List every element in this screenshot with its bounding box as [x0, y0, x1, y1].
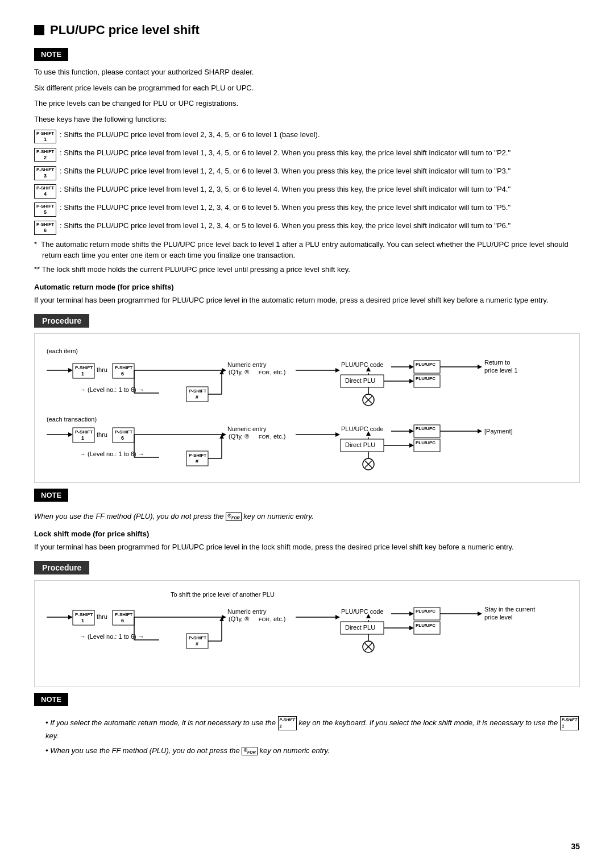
svg-marker-97: [68, 615, 73, 619]
pshift1-key-inline-bottom: P-SHIFT1: [278, 716, 297, 730]
svg-text:P-SHIFT: P-SHIFT: [75, 612, 93, 617]
note-box-1: NOTE: [34, 48, 68, 61]
auto-return-description: If your terminal has been programmed for…: [34, 295, 580, 306]
svg-text:P-SHIFT: P-SHIFT: [75, 429, 93, 435]
svg-text:PLU/UPC code: PLU/UPC code: [341, 361, 384, 368]
auto-return-diagram: (each item) P-SHIFT 1 thru P-SHIFT 6 Num…: [34, 333, 580, 483]
svg-text:→ (Level no.: 1 to 6) →: → (Level no.: 1 to 6) →: [80, 633, 144, 640]
svg-text:6: 6: [121, 435, 124, 441]
svg-text:PLU/UPC code: PLU/UPC code: [341, 608, 384, 615]
svg-marker-24: [478, 365, 482, 369]
note-box-3: NOTE: [34, 693, 68, 706]
svg-text:(Q'ty, ®: (Q'ty, ®: [229, 433, 249, 440]
svg-text:1: 1: [81, 371, 84, 377]
pshift3-key: P-SHIFT3: [34, 166, 56, 180]
pshift5-key: P-SHIFT5: [34, 202, 56, 217]
svg-text:#: #: [196, 641, 198, 647]
star-note-1: * The automatic return mode shifts the P…: [34, 239, 580, 261]
key-item-4: P-SHIFT4 : Shifts the PLU/UPC price leve…: [34, 184, 580, 199]
svg-marker-72: [478, 429, 482, 433]
svg-text:thru: thru: [97, 366, 107, 373]
intro-line-2: Six different price levels can be progra…: [34, 82, 580, 94]
svg-text:P-SHIFT: P-SHIFT: [115, 612, 132, 617]
svg-text:FOR: FOR: [259, 617, 269, 622]
svg-marker-41: [409, 379, 414, 383]
svg-text:Return to: Return to: [484, 359, 510, 366]
svg-text:PLU/UPC: PLU/UPC: [416, 623, 435, 628]
pshift2-key: P-SHIFT2: [34, 148, 56, 162]
auto-return-flow-svg: (each item) P-SHIFT 1 thru P-SHIFT 6 Num…: [44, 342, 570, 473]
svg-text:thru: thru: [97, 613, 107, 620]
svg-marker-50: [68, 432, 73, 437]
svg-text:FOR: FOR: [259, 370, 269, 375]
svg-text:Stay in the current: Stay in the current: [484, 606, 535, 613]
svg-text:, etc.): , etc.): [270, 369, 286, 375]
svg-text:Direct PLU: Direct PLU: [345, 377, 375, 384]
key-item-1: P-SHIFT1 : Shifts the PLU/UPC price leve…: [34, 129, 580, 144]
svg-text:, etc.): , etc.): [270, 615, 286, 622]
svg-text:6: 6: [121, 371, 124, 377]
svg-text:price level 1: price level 1: [484, 367, 518, 374]
page-number: 35: [571, 842, 580, 851]
svg-text:P-SHIFT: P-SHIFT: [189, 388, 206, 394]
for-key-inline-2: ®FOR: [242, 747, 257, 755]
svg-text:, etc.): , etc.): [270, 433, 286, 440]
svg-text:(Q'ty, ®: (Q'ty, ®: [229, 615, 249, 622]
svg-text:thru: thru: [97, 431, 107, 438]
svg-text:[Payment]: [Payment]: [484, 428, 513, 435]
svg-text:(Q'ty, ®: (Q'ty, ®: [229, 369, 249, 375]
svg-text:Direct PLU: Direct PLU: [345, 441, 375, 448]
svg-marker-112: [335, 615, 340, 619]
lock-shift-description: If your terminal has been programmed for…: [34, 542, 580, 553]
svg-text:FOR: FOR: [259, 434, 269, 440]
svg-text:P-SHIFT: P-SHIFT: [75, 365, 93, 370]
key-descriptions-list: P-SHIFT1 : Shifts the PLU/UPC price leve…: [34, 129, 580, 235]
svg-text:→ (Level no.: 1 to 6) →: → (Level no.: 1 to 6) →: [80, 450, 144, 457]
svg-text:Numeric entry: Numeric entry: [227, 608, 267, 615]
key-desc-4: Shifts the PLU/UPC price level from leve…: [64, 185, 511, 193]
svg-text:#: #: [196, 458, 198, 464]
svg-marker-115: [409, 611, 414, 616]
svg-text:price level: price level: [484, 614, 513, 621]
svg-marker-119: [478, 611, 482, 616]
auto-return-title: Automatic return mode (for price shifts): [34, 283, 580, 291]
note2-italic: When you use the FF method (PLU), you do…: [34, 511, 580, 522]
lock-shift-diagram: To shift the price level of another PLU …: [34, 580, 580, 687]
svg-text:#: #: [196, 394, 198, 400]
intro-line-4: These keys have the following functions:: [34, 114, 580, 125]
svg-text:Direct PLU: Direct PLU: [345, 624, 375, 631]
key-desc-6: Shifts the PLU/UPC price level from leve…: [64, 221, 511, 230]
star-note-2: ** The lock shift mode holds the current…: [34, 264, 580, 275]
key-item-6: P-SHIFT6 : Shifts the PLU/UPC price leve…: [34, 220, 580, 235]
svg-text:Numeric entry: Numeric entry: [227, 425, 267, 432]
lock-shift-title: Lock shift mode (for price shifts): [34, 530, 580, 538]
pshift4-key: P-SHIFT4: [34, 184, 56, 199]
key-desc-5: Shifts the PLU/UPC price level from leve…: [64, 203, 511, 212]
key-desc-3: Shifts the PLU/UPC price level from leve…: [64, 167, 511, 175]
svg-text:(each item): (each item): [47, 348, 78, 354]
svg-text:PLU/UPC: PLU/UPC: [416, 440, 435, 445]
procedure-bar-2: Procedure: [34, 561, 89, 574]
procedure-bar-1: Procedure: [34, 314, 89, 328]
key-desc-2: Shifts the PLU/UPC price level from leve…: [64, 148, 511, 157]
pshift6-key: P-SHIFT6: [34, 221, 56, 235]
svg-marker-65: [335, 432, 340, 437]
bottom-bullet-2: When you use the FF method (PLU), you do…: [34, 745, 580, 757]
svg-text:P-SHIFT: P-SHIFT: [189, 453, 206, 458]
page-title: PLU/UPC price level shift: [34, 23, 580, 38]
svg-text:PLU/UPC: PLU/UPC: [416, 609, 435, 614]
for-key-inline-1: ®FOR: [226, 512, 241, 521]
svg-text:P-SHIFT: P-SHIFT: [115, 429, 132, 435]
key-desc-1: Shifts the PLU/UPC price level from leve…: [64, 130, 320, 139]
key-item-2: P-SHIFT2 : Shifts the PLU/UPC price leve…: [34, 147, 580, 162]
svg-text:→ (Level no.: 1 to 6) →: → (Level no.: 1 to 6) →: [80, 386, 144, 393]
svg-marker-17: [335, 368, 340, 373]
key-item-3: P-SHIFT3 : Shifts the PLU/UPC price leve…: [34, 166, 580, 180]
svg-text:Numeric entry: Numeric entry: [227, 361, 267, 368]
svg-text:P-SHIFT: P-SHIFT: [189, 635, 206, 640]
intro-line-1: To use this function, please contact you…: [34, 67, 580, 78]
svg-text:P-SHIFT: P-SHIFT: [115, 365, 132, 370]
pshift1-key-inline-bottom2: P-SHIFT1: [560, 716, 579, 730]
svg-text:To shift the price level of an: To shift the price level of another PLU: [171, 591, 275, 598]
intro-line-3: The price levels can be changed for PLU …: [34, 98, 580, 109]
